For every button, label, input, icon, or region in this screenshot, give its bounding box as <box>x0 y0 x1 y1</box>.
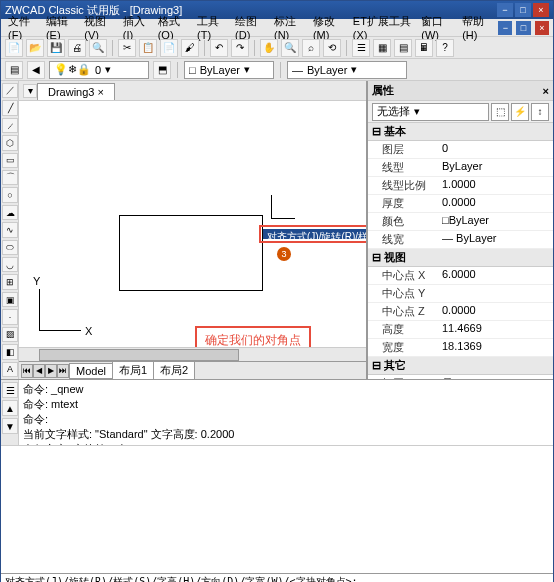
command-area: ☰ ▲ ▼ 命令: _qnew 命令: mtext 命令: 当前文字样式: "S… <box>1 379 553 445</box>
menu-insert[interactable]: 插入(I) <box>120 14 153 41</box>
preview-icon[interactable]: 🔍 <box>89 39 107 57</box>
minimize-button[interactable]: − <box>497 3 513 17</box>
open-icon[interactable]: 📂 <box>26 39 44 57</box>
maximize-button[interactable]: □ <box>515 3 531 17</box>
pan-icon[interactable]: ✋ <box>260 39 278 57</box>
zoom-window-icon[interactable]: ⌕ <box>302 39 320 57</box>
tab-first-icon[interactable]: ⏮ <box>21 364 33 378</box>
blank-area <box>1 445 553 573</box>
cat-basic[interactable]: ⊟ 基本 <box>368 123 553 141</box>
cut-icon[interactable]: ✂ <box>118 39 136 57</box>
drawing-canvas[interactable]: 对齐方式(J)/旋转(R)/样式(S)/字高(H)/方向(D)/字宽(W)/<字… <box>19 101 366 347</box>
tooltip-highlight: 对齐方式(J)/旋转(R)/样式(S)/字高(H)/方向(D)/字宽(W)/<字… <box>259 225 366 243</box>
copy-icon[interactable]: 📋 <box>139 39 157 57</box>
undo-icon[interactable]: ↶ <box>210 39 228 57</box>
cmd-down-icon[interactable]: ▼ <box>2 418 18 434</box>
match-icon[interactable]: 🖌 <box>181 39 199 57</box>
tab-next-icon[interactable]: ▶ <box>45 364 57 378</box>
revcloud-icon[interactable]: ☁ <box>2 205 18 220</box>
text-icon[interactable]: A <box>2 362 18 377</box>
selection-combo[interactable]: 无选择 ▾ <box>372 103 489 121</box>
command-input[interactable]: 对齐方式(J)/旋转(R)/样式(S)/字高(H)/方向(D)/字宽(W)/<字… <box>1 573 553 582</box>
rectangle-icon[interactable]: ▭ <box>2 153 18 168</box>
menu-file[interactable]: 文件(F) <box>5 14 41 41</box>
doc-close-button[interactable]: × <box>535 21 549 35</box>
select-objects-icon[interactable]: ⬚ <box>491 103 509 121</box>
hscrollbar[interactable] <box>19 347 366 361</box>
spline-icon[interactable]: ∿ <box>2 222 18 237</box>
cmd-up-icon[interactable]: ▲ <box>2 400 18 416</box>
menu-format[interactable]: 格式(O) <box>155 14 192 41</box>
tab-model[interactable]: Model <box>69 363 113 379</box>
separator <box>177 62 178 78</box>
layer-manager-icon[interactable]: ▤ <box>5 61 23 79</box>
xline-icon[interactable]: ╱ <box>2 100 18 115</box>
properties-panel: 属性 × 无选择 ▾ ⬚ ⚡ ↕ ⊟ 基本 图层0 线型ByLayer 线型比例… <box>367 81 553 379</box>
zoom-icon[interactable]: 🔍 <box>281 39 299 57</box>
layer-prev-icon[interactable]: ◀ <box>27 61 45 79</box>
menu-bar: 文件(F) 编辑(E) 视图(V) 插入(I) 格式(O) 工具(T) 绘图(D… <box>1 19 553 37</box>
panel-close-icon[interactable]: × <box>543 85 549 97</box>
menu-window[interactable]: 窗口(W) <box>418 14 457 41</box>
color-combo[interactable]: □ ByLayer ▾ <box>184 61 274 79</box>
region-icon[interactable]: ◧ <box>2 344 18 359</box>
annotation-marker: 3 <box>277 247 291 261</box>
menu-help[interactable]: 帮助(H) <box>459 14 496 41</box>
separator <box>280 62 281 78</box>
separator <box>346 40 347 56</box>
doc-tab[interactable]: Drawing3 × <box>37 83 115 100</box>
tab-prev-icon[interactable]: ◀ <box>33 364 45 378</box>
circle-icon[interactable]: ○ <box>2 187 18 202</box>
cat-visual[interactable]: ⊟ 视图 <box>368 249 553 267</box>
tab-layout1[interactable]: 布局1 <box>112 361 154 380</box>
redo-icon[interactable]: ↷ <box>231 39 249 57</box>
menu-modify[interactable]: 修改(M) <box>310 14 348 41</box>
polyline-icon[interactable]: ⟋ <box>2 118 18 133</box>
arc-icon[interactable]: ⌒ <box>2 170 18 185</box>
zoom-prev-icon[interactable]: ⟲ <box>323 39 341 57</box>
properties-header: 属性 × <box>368 81 553 101</box>
menu-draw[interactable]: 绘图(D) <box>232 14 269 41</box>
insert-icon[interactable]: ⊞ <box>2 274 18 289</box>
doc-minimize-button[interactable]: − <box>498 21 512 35</box>
doc-restore-button[interactable]: □ <box>516 21 530 35</box>
properties-icon[interactable]: ☰ <box>352 39 370 57</box>
ucs-icon: X Y <box>31 279 91 339</box>
menu-et[interactable]: ET扩展工具(X) <box>350 14 416 41</box>
quick-select-icon[interactable]: ⚡ <box>511 103 529 121</box>
print-icon[interactable]: 🖨 <box>68 39 86 57</box>
layer-combo[interactable]: 💡❄🔒 0 ▾ <box>49 61 149 79</box>
menu-edit[interactable]: 编辑(E) <box>43 14 79 41</box>
hatch-icon[interactable]: ▨ <box>2 327 18 342</box>
properties-grid[interactable]: ⊟ 基本 图层0 线型ByLayer 线型比例1.0000 厚度0.0000 颜… <box>368 123 553 379</box>
menu-dimension[interactable]: 标注(N) <box>271 14 308 41</box>
command-history[interactable]: 命令: _qnew 命令: mtext 命令: 当前文字样式: "Standar… <box>19 380 553 445</box>
point-icon[interactable]: · <box>2 309 18 324</box>
help-icon[interactable]: ? <box>436 39 454 57</box>
draw-toolbar: ／ ╱ ⟋ ⬡ ▭ ⌒ ○ ☁ ∿ ⬭ ◡ ⊞ ▣ · ▨ ◧ A <box>1 81 19 379</box>
cmd-history-icon[interactable]: ☰ <box>2 382 18 398</box>
cat-other[interactable]: ⊟ 其它 <box>368 357 553 375</box>
close-button[interactable]: × <box>533 3 549 17</box>
paste-icon[interactable]: 📄 <box>160 39 178 57</box>
annotation-callout: 确定我们的对角点 <box>195 326 311 347</box>
block-icon[interactable]: ▣ <box>2 292 18 307</box>
layer-state-icon[interactable]: ⬒ <box>153 61 171 79</box>
separator <box>254 40 255 56</box>
tab-last-icon[interactable]: ⏭ <box>57 364 69 378</box>
toggle-pik-icon[interactable]: ↕ <box>531 103 549 121</box>
menu-tools[interactable]: 工具(T) <box>194 14 230 41</box>
tab-menu-icon[interactable]: ▾ <box>23 84 37 98</box>
design-center-icon[interactable]: ▦ <box>373 39 391 57</box>
save-icon[interactable]: 💾 <box>47 39 65 57</box>
menu-view[interactable]: 视图(V) <box>81 14 117 41</box>
new-icon[interactable]: 📄 <box>5 39 23 57</box>
ellipse-arc-icon[interactable]: ◡ <box>2 257 18 272</box>
line-icon[interactable]: ／ <box>2 83 18 98</box>
calc-icon[interactable]: 🖩 <box>415 39 433 57</box>
tool-palette-icon[interactable]: ▤ <box>394 39 412 57</box>
tab-layout2[interactable]: 布局2 <box>153 361 195 380</box>
polygon-icon[interactable]: ⬡ <box>2 135 18 150</box>
ellipse-icon[interactable]: ⬭ <box>2 240 18 255</box>
linetype-combo[interactable]: — ByLayer ▾ <box>287 61 407 79</box>
